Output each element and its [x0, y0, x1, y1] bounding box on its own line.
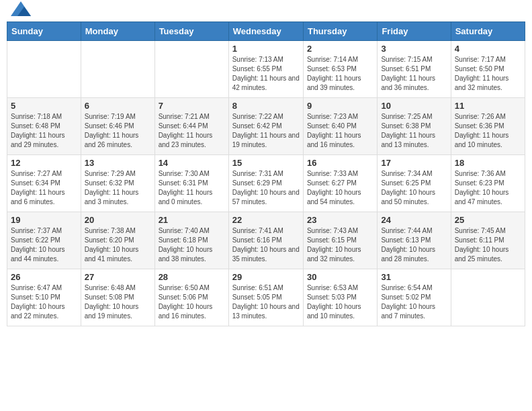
day-info: Sunrise: 7:23 AMSunset: 6:40 PMDaylight:…: [307, 112, 373, 150]
day-number: 24: [381, 215, 447, 225]
day-number: 30: [307, 272, 373, 282]
day-number: 4: [455, 44, 521, 54]
calendar-cell: 26 Sunrise: 6:47 AMSunset: 5:10 PMDaylig…: [7, 269, 81, 326]
day-number: 19: [11, 215, 77, 225]
day-number: 22: [232, 215, 300, 225]
day-info: Sunrise: 7:38 AMSunset: 6:20 PMDaylight:…: [85, 226, 151, 264]
logo: [9, 7, 31, 16]
day-info: Sunrise: 7:21 AMSunset: 6:44 PMDaylight:…: [159, 112, 225, 150]
weekday-header-saturday: Saturday: [451, 22, 525, 41]
day-info: Sunrise: 7:25 AMSunset: 6:38 PMDaylight:…: [381, 112, 447, 150]
week-row-5: 26 Sunrise: 6:47 AMSunset: 5:10 PMDaylig…: [7, 269, 525, 326]
day-info: Sunrise: 7:40 AMSunset: 6:18 PMDaylight:…: [159, 226, 225, 264]
page-header: [7, 7, 525, 16]
day-number: 28: [159, 272, 225, 282]
calendar-cell: 29 Sunrise: 6:51 AMSunset: 5:05 PMDaylig…: [228, 269, 303, 326]
day-number: 7: [159, 101, 225, 111]
day-info: Sunrise: 7:43 AMSunset: 6:15 PMDaylight:…: [307, 226, 373, 264]
day-info: Sunrise: 6:48 AMSunset: 5:08 PMDaylight:…: [85, 283, 151, 321]
day-info: Sunrise: 7:17 AMSunset: 6:50 PMDaylight:…: [455, 55, 521, 93]
day-info: Sunrise: 7:19 AMSunset: 6:46 PMDaylight:…: [85, 112, 151, 150]
calendar-cell: 27 Sunrise: 6:48 AMSunset: 5:08 PMDaylig…: [81, 269, 154, 326]
calendar-cell: 28 Sunrise: 6:50 AMSunset: 5:06 PMDaylig…: [154, 269, 228, 326]
day-info: Sunrise: 7:15 AMSunset: 6:51 PMDaylight:…: [381, 55, 447, 93]
day-number: 6: [85, 101, 151, 111]
day-number: 23: [307, 215, 373, 225]
calendar-cell: 22 Sunrise: 7:41 AMSunset: 6:16 PMDaylig…: [228, 212, 303, 269]
day-info: Sunrise: 7:45 AMSunset: 6:11 PMDaylight:…: [455, 226, 521, 264]
day-number: 15: [232, 158, 300, 168]
calendar-cell: 3 Sunrise: 7:15 AMSunset: 6:51 PMDayligh…: [378, 41, 451, 98]
day-number: 26: [11, 272, 77, 282]
day-number: 1: [232, 44, 300, 54]
day-number: 13: [85, 158, 151, 168]
calendar-cell: 17 Sunrise: 7:34 AMSunset: 6:25 PMDaylig…: [378, 155, 451, 212]
calendar-cell: 14 Sunrise: 7:30 AMSunset: 6:31 PMDaylig…: [154, 155, 228, 212]
day-info: Sunrise: 7:27 AMSunset: 6:34 PMDaylight:…: [11, 169, 77, 207]
calendar-cell: 31 Sunrise: 6:54 AMSunset: 5:02 PMDaylig…: [378, 269, 451, 326]
day-info: Sunrise: 6:51 AMSunset: 5:05 PMDaylight:…: [232, 283, 300, 321]
day-info: Sunrise: 6:54 AMSunset: 5:02 PMDaylight:…: [381, 283, 447, 321]
calendar-cell: 23 Sunrise: 7:43 AMSunset: 6:15 PMDaylig…: [303, 212, 377, 269]
calendar-cell: 16 Sunrise: 7:33 AMSunset: 6:27 PMDaylig…: [303, 155, 377, 212]
day-info: Sunrise: 7:44 AMSunset: 6:13 PMDaylight:…: [381, 226, 447, 264]
calendar-cell: 20 Sunrise: 7:38 AMSunset: 6:20 PMDaylig…: [81, 212, 154, 269]
day-number: 31: [381, 272, 447, 282]
day-number: 9: [307, 101, 373, 111]
weekday-header-tuesday: Tuesday: [154, 22, 228, 41]
day-info: Sunrise: 7:26 AMSunset: 6:36 PMDaylight:…: [455, 112, 521, 150]
calendar-cell: 18 Sunrise: 7:36 AMSunset: 6:23 PMDaylig…: [451, 155, 525, 212]
weekday-header-sunday: Sunday: [7, 22, 81, 41]
day-number: 17: [381, 158, 447, 168]
calendar-cell: 19 Sunrise: 7:37 AMSunset: 6:22 PMDaylig…: [7, 212, 81, 269]
day-info: Sunrise: 7:30 AMSunset: 6:31 PMDaylight:…: [159, 169, 225, 207]
calendar-cell: 25 Sunrise: 7:45 AMSunset: 6:11 PMDaylig…: [451, 212, 525, 269]
day-number: 18: [455, 158, 521, 168]
week-row-2: 5 Sunrise: 7:18 AMSunset: 6:48 PMDayligh…: [7, 98, 525, 155]
calendar-cell: 2 Sunrise: 7:14 AMSunset: 6:53 PMDayligh…: [303, 41, 377, 98]
calendar-cell: [81, 41, 154, 98]
weekday-header-thursday: Thursday: [303, 22, 377, 41]
day-number: 16: [307, 158, 373, 168]
calendar-cell: [451, 269, 525, 326]
calendar-cell: 12 Sunrise: 7:27 AMSunset: 6:34 PMDaylig…: [7, 155, 81, 212]
calendar-cell: 30 Sunrise: 6:53 AMSunset: 5:03 PMDaylig…: [303, 269, 377, 326]
day-info: Sunrise: 7:14 AMSunset: 6:53 PMDaylight:…: [307, 55, 373, 93]
calendar-cell: 15 Sunrise: 7:31 AMSunset: 6:29 PMDaylig…: [228, 155, 303, 212]
calendar-cell: 1 Sunrise: 7:13 AMSunset: 6:55 PMDayligh…: [228, 41, 303, 98]
day-info: Sunrise: 7:18 AMSunset: 6:48 PMDaylight:…: [11, 112, 77, 150]
calendar-cell: 11 Sunrise: 7:26 AMSunset: 6:36 PMDaylig…: [451, 98, 525, 155]
weekday-header-row: SundayMondayTuesdayWednesdayThursdayFrid…: [7, 22, 525, 41]
day-number: 25: [455, 215, 521, 225]
calendar-cell: 24 Sunrise: 7:44 AMSunset: 6:13 PMDaylig…: [378, 212, 451, 269]
day-number: 3: [381, 44, 447, 54]
week-row-4: 19 Sunrise: 7:37 AMSunset: 6:22 PMDaylig…: [7, 212, 525, 269]
calendar-cell: 6 Sunrise: 7:19 AMSunset: 6:46 PMDayligh…: [81, 98, 154, 155]
logo-icon: [11, 1, 31, 16]
day-info: Sunrise: 7:37 AMSunset: 6:22 PMDaylight:…: [11, 226, 77, 264]
day-info: Sunrise: 7:41 AMSunset: 6:16 PMDaylight:…: [232, 226, 300, 264]
day-info: Sunrise: 7:29 AMSunset: 6:32 PMDaylight:…: [85, 169, 151, 207]
calendar-cell: 7 Sunrise: 7:21 AMSunset: 6:44 PMDayligh…: [154, 98, 228, 155]
day-number: 5: [11, 101, 77, 111]
calendar-cell: 8 Sunrise: 7:22 AMSunset: 6:42 PMDayligh…: [228, 98, 303, 155]
day-number: 11: [455, 101, 521, 111]
day-info: Sunrise: 6:47 AMSunset: 5:10 PMDaylight:…: [11, 283, 77, 321]
calendar-cell: 5 Sunrise: 7:18 AMSunset: 6:48 PMDayligh…: [7, 98, 81, 155]
calendar-table: SundayMondayTuesdayWednesdayThursdayFrid…: [7, 21, 525, 326]
weekday-header-wednesday: Wednesday: [228, 22, 303, 41]
weekday-header-friday: Friday: [378, 22, 451, 41]
day-number: 21: [159, 215, 225, 225]
calendar-cell: 13 Sunrise: 7:29 AMSunset: 6:32 PMDaylig…: [81, 155, 154, 212]
day-number: 20: [85, 215, 151, 225]
week-row-3: 12 Sunrise: 7:27 AMSunset: 6:34 PMDaylig…: [7, 155, 525, 212]
day-info: Sunrise: 7:34 AMSunset: 6:25 PMDaylight:…: [381, 169, 447, 207]
day-info: Sunrise: 6:53 AMSunset: 5:03 PMDaylight:…: [307, 283, 373, 321]
day-info: Sunrise: 7:36 AMSunset: 6:23 PMDaylight:…: [455, 169, 521, 207]
day-number: 29: [232, 272, 300, 282]
day-number: 8: [232, 101, 300, 111]
calendar-cell: 4 Sunrise: 7:17 AMSunset: 6:50 PMDayligh…: [451, 41, 525, 98]
week-row-1: 1 Sunrise: 7:13 AMSunset: 6:55 PMDayligh…: [7, 41, 525, 98]
weekday-header-monday: Monday: [81, 22, 154, 41]
calendar-cell: 9 Sunrise: 7:23 AMSunset: 6:40 PMDayligh…: [303, 98, 377, 155]
